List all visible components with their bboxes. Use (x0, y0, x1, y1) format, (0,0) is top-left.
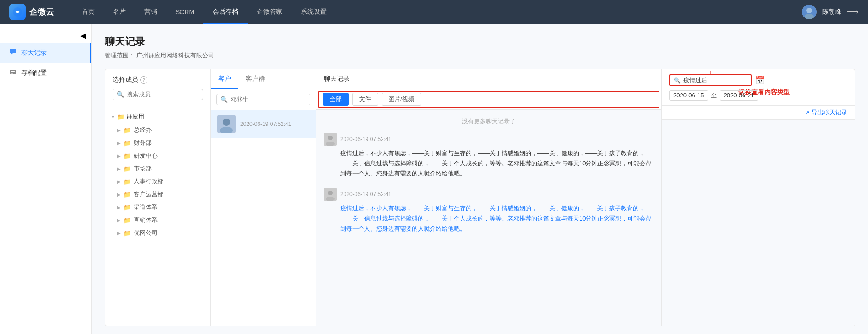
customer-avatar-0 (217, 115, 236, 133)
nav-chat-archive[interactable]: 会话存档 (203, 0, 248, 24)
nav-right: 陈朝峰 ⟶ (802, 5, 859, 19)
msg-item-1: 2020-06-19 07:52:41 疫情过后，不少人有焦虑，——关于财富与生… (324, 188, 654, 234)
tree-root-label: 群应用 (126, 113, 144, 121)
tree-item-0[interactable]: ▶ 📁 总经办 (112, 124, 210, 136)
folder-icon-5: 📁 (124, 191, 131, 198)
folder-icon-2: 📁 (124, 153, 131, 159)
filter-tab-media[interactable]: 图片/视频 (382, 93, 421, 106)
date-from[interactable]: 2020-06-15 (669, 90, 708, 101)
folder-expand-8: ▶ (117, 231, 121, 236)
tree-item-1[interactable]: ▶ 📁 财务部 (112, 136, 210, 149)
collapse-icon: ◀ (80, 31, 86, 40)
right-panel-header: 🔍 搜索聊天内容 ↓ 📅 2020-06-15 至 20 (662, 69, 855, 106)
member-panel: 选择成员 ? 🔍 ▼ 📁 群应用 (105, 69, 211, 326)
svg-rect-5 (10, 49, 16, 53)
help-icon[interactable]: ? (140, 76, 147, 84)
search-icon: 🔍 (117, 91, 124, 98)
sidebar-archive-label: 存档配置 (21, 69, 47, 77)
msg-avatar-0 (324, 133, 337, 146)
tree-item-7[interactable]: ▶ 📁 直销体系 (112, 214, 210, 226)
chat-panel: 选择成员 ? 🔍 ▼ 📁 群应用 (105, 69, 855, 326)
folder-icon-4: 📁 (124, 178, 131, 185)
tree-root: ▼ 📁 群应用 ▶ 📁 总经办 ▶ � (105, 110, 210, 239)
filter-tab-all[interactable]: 全部 (323, 93, 349, 106)
nav-home[interactable]: 首页 (73, 0, 104, 24)
sidebar-item-archive[interactable]: 存档配置 (0, 63, 91, 83)
right-panel: 🔍 搜索聊天内容 ↓ 📅 2020-06-15 至 20 (662, 69, 855, 326)
filter-tabs: 全部 文件 图片/视频 (316, 89, 661, 110)
logo-icon (9, 4, 26, 20)
filter-area: 全部 文件 图片/视频 切换查看内容类型 (316, 89, 661, 110)
folder-icon: 📁 (117, 113, 124, 120)
folder-expand-0: ▶ (117, 128, 121, 133)
tab-customer[interactable]: 客户 (211, 69, 238, 89)
nav-marketing[interactable]: 营销 (135, 0, 166, 24)
msg-avatar-1 (324, 188, 337, 201)
main-nav: 首页 名片 营销 SCRM 会话存档 企微管家 系统设置 (73, 0, 336, 24)
chat-record-header: 聊天记录 (316, 69, 661, 89)
list-item[interactable]: 2020-06-19 07:52:41 (211, 110, 316, 138)
tree-root-header[interactable]: ▼ 📁 群应用 (105, 110, 210, 124)
tab-customer-group[interactable]: 客户群 (238, 69, 272, 89)
chat-icon (9, 48, 17, 57)
msg-content-1: 疫情过后，不少人有焦虑，——关于财富与生存的，——关于情感婚姻的，——关于健康的… (324, 204, 654, 234)
tree-item-4[interactable]: ▶ 📁 人事行政部 (112, 175, 210, 188)
svg-rect-8 (11, 73, 13, 74)
filter-tab-file[interactable]: 文件 (352, 93, 378, 106)
svg-rect-6 (10, 70, 16, 74)
subtitle-prefix: 管理范围： (105, 52, 135, 59)
customer-tabs: 客户 客户群 (211, 69, 316, 89)
nav-scrm[interactable]: SCRM (166, 0, 203, 24)
sidebar-collapse-btn[interactable]: ◀ (0, 28, 91, 43)
customer-search-icon: 🔍 (220, 96, 228, 103)
folder-expand-4: ▶ (117, 179, 121, 184)
folder-icon-1: 📁 (124, 140, 131, 147)
msg-time-0: 2020-06-19 07:52:41 (340, 136, 391, 142)
logout-icon[interactable]: ⟶ (847, 7, 859, 17)
customer-info-0: 2020-06-19 07:52:41 (240, 121, 310, 127)
folder-icon-3: 📁 (124, 165, 131, 172)
root-expand-icon: ▼ (111, 114, 115, 119)
main-layout: ◀ 聊天记录 存档配置 聊天记录 管理 (0, 24, 868, 334)
search-box-wrapper: 🔍 搜索聊天内容 ↓ (669, 74, 752, 86)
customer-search-box[interactable]: 🔍 (216, 94, 310, 105)
svg-point-16 (328, 191, 333, 195)
tree-item-6[interactable]: ▶ 📁 渠道体系 (112, 201, 210, 214)
export-label: 导出聊天记录 (812, 108, 847, 117)
top-nav: 企微云 首页 名片 营销 SCRM 会话存档 企微管家 系统设置 陈朝峰 ⟶ (0, 0, 868, 24)
logo-area: 企微云 (9, 4, 54, 20)
date-to[interactable]: 2020-06-21 (720, 90, 759, 101)
sidebar-item-chat[interactable]: 聊天记录 (0, 43, 91, 63)
member-search-input[interactable] (127, 91, 199, 98)
subtitle-company: 广州群应用网络科技有限公司 (136, 52, 214, 59)
no-more-msg: 没有更多聊天记录了 (324, 117, 654, 125)
export-button[interactable]: ↗ 导出聊天记录 (805, 108, 847, 117)
folder-expand-1: ▶ (117, 141, 121, 146)
chat-messages: 没有更多聊天记录了 2020-06-19 07:52:41 (316, 110, 661, 326)
nav-wechat-butler[interactable]: 企微管家 (248, 0, 292, 24)
calendar-icon: 📅 (755, 76, 765, 85)
content-area: 聊天记录 管理范围： 广州群应用网络科技有限公司 选择成员 ? 🔍 (92, 24, 868, 334)
tree-item-5[interactable]: ▶ 📁 客户运营部 (112, 188, 210, 201)
tree-item-2[interactable]: ▶ 📁 研发中心 (112, 149, 210, 162)
search-icon-right: 🔍 (674, 77, 681, 84)
folder-expand-7: ▶ (117, 218, 121, 223)
svg-point-10 (223, 119, 230, 126)
folder-expand-3: ▶ (117, 166, 121, 171)
chat-search-input[interactable] (683, 77, 743, 84)
nav-namecard[interactable]: 名片 (104, 0, 135, 24)
svg-rect-7 (11, 71, 15, 72)
member-search-box[interactable]: 🔍 (113, 89, 203, 100)
nav-system-settings[interactable]: 系统设置 (292, 0, 336, 24)
tree-item-8[interactable]: ▶ 📁 优网公司 (112, 226, 210, 239)
tree-area: ▼ 📁 群应用 ▶ 📁 总经办 ▶ � (105, 105, 210, 316)
msg-header-1: 2020-06-19 07:52:41 (324, 188, 654, 201)
tree-item-3[interactable]: ▶ 📁 市场部 (112, 162, 210, 175)
archive-icon (9, 68, 17, 78)
chat-record-panel: 聊天记录 全部 文件 图片/视频 切换查看内容类型 没有更多聊天记录了 (316, 69, 662, 326)
sidebar: ◀ 聊天记录 存档配置 (0, 24, 92, 334)
user-name: 陈朝峰 (822, 8, 841, 16)
export-row: ↗ 导出聊天记录 (662, 106, 855, 120)
customer-search-input[interactable] (231, 96, 306, 103)
search-annotation-area: 🔍 搜索聊天内容 ↓ 📅 2020-06-15 至 20 (662, 69, 855, 106)
